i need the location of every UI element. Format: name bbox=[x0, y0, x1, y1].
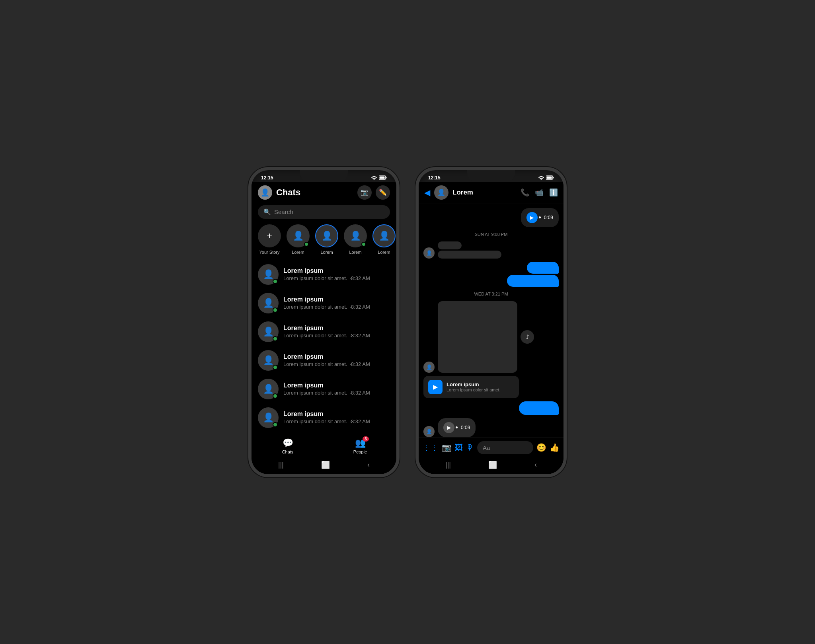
search-bar[interactable]: 🔍 Search bbox=[258, 205, 390, 219]
audio-play-btn[interactable]: ▶ bbox=[526, 212, 538, 223]
chat-avatar-wrap: 👤 bbox=[258, 321, 279, 342]
chat-online-dot bbox=[273, 422, 278, 427]
chat-screen-header: ◀ 👤 Lorem 📞 📹 ℹ️ bbox=[419, 182, 563, 204]
svg-rect-4 bbox=[547, 177, 552, 179]
story-item-1[interactable]: 👤 Lorem bbox=[287, 224, 310, 255]
story-online-3 bbox=[361, 242, 366, 247]
sent-bubble-1 bbox=[527, 262, 559, 274]
chat-info: Lorem ipsum Lorem ipsum dolor sit amet. … bbox=[283, 353, 390, 367]
chat-preview-text: Lorem ipsum dolor sit amet. bbox=[283, 390, 347, 396]
chat-name: Lorem ipsum bbox=[283, 382, 390, 389]
chat-preview: Lorem ipsum dolor sit amet. ·8:32 AM bbox=[283, 304, 390, 310]
chat-avatar-wrap: 👤 bbox=[258, 379, 279, 399]
chat-item[interactable]: 👤 Lorem ipsum Lorem ipsum dolor sit amet… bbox=[252, 375, 396, 403]
story-label-1: Lorem bbox=[292, 250, 304, 255]
camera-button[interactable]: 📷 bbox=[357, 185, 372, 200]
gallery-button[interactable]: 🖼 bbox=[455, 443, 463, 452]
recv-bubble-long bbox=[438, 251, 501, 259]
chat-phone: 12:15 ◀ 👤 Lorem 📞 📹 ℹ️ bbox=[415, 167, 567, 477]
story-item-your-story[interactable]: + Your Story bbox=[258, 224, 281, 255]
audio-play-recv[interactable]: ▶ bbox=[443, 422, 454, 433]
received-message-group: 👤 bbox=[423, 241, 559, 259]
audio-duration-recv: 0:09 bbox=[461, 425, 470, 430]
info-button[interactable]: ℹ️ bbox=[549, 188, 558, 197]
svg-rect-1 bbox=[380, 177, 385, 179]
chats-nav-icon: 💬 bbox=[283, 438, 293, 448]
link-subtitle: Lorem ipsum dolor sit amet. bbox=[446, 387, 501, 392]
story-avatar-wrap-4: 👤 bbox=[372, 224, 396, 247]
audio-message-received[interactable]: ▶ 0:09 bbox=[438, 418, 476, 437]
audio-message-sent[interactable]: ▶ 0:09 bbox=[521, 208, 559, 227]
chats-header: 👤 Chats 📷 ✏️ bbox=[252, 182, 396, 204]
like-button[interactable]: 👍 bbox=[550, 443, 560, 452]
message-input[interactable]: Aa bbox=[477, 441, 533, 454]
nav-chats[interactable]: 💬 Chats bbox=[252, 436, 324, 456]
chat-info: Lorem ipsum Lorem ipsum dolor sit amet. … bbox=[283, 325, 390, 339]
chats-screen: 👤 Chats 📷 ✏️ 🔍 Search + Your Story 👤 bbox=[252, 182, 396, 474]
chats-title: Chats bbox=[276, 187, 353, 198]
compose-button[interactable]: ✏️ bbox=[376, 185, 390, 200]
story-item-3[interactable]: 👤 Lorem bbox=[344, 224, 367, 255]
home-bar-home-chat: ⬜ bbox=[488, 461, 497, 469]
recv-avatar-audio: 👤 bbox=[423, 426, 435, 437]
link-preview[interactable]: ▶ Lorem ipsum Lorem ipsum dolor sit amet… bbox=[423, 376, 519, 398]
chat-name: Lorem ipsum bbox=[283, 353, 390, 360]
chat-item[interactable]: 👤 Lorem ipsum Lorem ipsum dolor sit amet… bbox=[252, 289, 396, 317]
story-item-4[interactable]: 👤 Lorem bbox=[372, 224, 396, 255]
messages-area: ▶ 0:09 SUN AT 9:08 PM 👤 WED AT 3:21 P bbox=[419, 204, 563, 438]
recv-avatar-image: 👤 bbox=[423, 362, 435, 373]
timestamp-wednesday: WED AT 3:21 PM bbox=[423, 292, 559, 296]
chat-item[interactable]: 👤 Lorem ipsum Lorem ipsum dolor sit amet… bbox=[252, 260, 396, 289]
chat-item[interactable]: 👤 Lorem ipsum Lorem ipsum dolor sit amet… bbox=[252, 346, 396, 375]
chat-online-dot bbox=[273, 307, 278, 313]
chat-preview: Lorem ipsum dolor sit amet. ·8:32 AM bbox=[283, 275, 390, 281]
video-call-button[interactable]: 📹 bbox=[535, 188, 544, 197]
home-bar-recent-chat: ||| bbox=[445, 461, 451, 469]
chat-online-dot bbox=[273, 365, 278, 370]
home-bar-home: ⬜ bbox=[321, 461, 330, 469]
recv-bubbles bbox=[438, 241, 501, 259]
chat-time: ·8:32 AM bbox=[349, 333, 370, 339]
chat-item[interactable]: 👤 Lorem ipsum Lorem ipsum dolor sit amet… bbox=[252, 403, 396, 432]
chat-preview-text: Lorem ipsum dolor sit amet. bbox=[283, 418, 347, 424]
recv-bubble-short bbox=[438, 241, 462, 249]
add-story-avatar: + bbox=[258, 224, 281, 247]
chat-name: Lorem ipsum bbox=[283, 411, 390, 418]
share-button[interactable]: ⤴ bbox=[521, 330, 534, 344]
sent-blue-bubble-group bbox=[423, 401, 559, 415]
search-placeholder: Search bbox=[274, 208, 293, 215]
chats-nav-label: Chats bbox=[282, 449, 294, 454]
svg-rect-2 bbox=[386, 177, 387, 179]
sent-bubble-3 bbox=[519, 401, 559, 415]
story-online-1 bbox=[304, 242, 309, 247]
bottom-nav: 💬 Chats 3 👥 People bbox=[252, 433, 396, 457]
image-placeholder bbox=[438, 301, 517, 373]
stories-row: + Your Story 👤 Lorem 👤 Lorem 👤 bbox=[252, 223, 396, 260]
chat-avatar-wrap: 👤 bbox=[258, 293, 279, 313]
home-bar-recent: ||| bbox=[278, 461, 284, 469]
chat-preview-text: Lorem ipsum dolor sit amet. bbox=[283, 333, 347, 339]
contact-avatar: 👤 bbox=[434, 185, 448, 200]
apps-button[interactable]: ⋮⋮ bbox=[423, 443, 439, 452]
mic-button[interactable]: 🎙 bbox=[466, 443, 474, 452]
chat-preview-text: Lorem ipsum dolor sit amet. bbox=[283, 361, 347, 367]
chat-time: ·8:32 AM bbox=[349, 390, 370, 396]
home-bar-chats: ||| ⬜ ‹ bbox=[252, 457, 396, 474]
chat-online-dot bbox=[273, 279, 278, 284]
story-avatar-wrap-3: 👤 bbox=[344, 224, 367, 247]
story-label-2: Lorem bbox=[320, 250, 333, 255]
camera-input-button[interactable]: 📷 bbox=[442, 443, 452, 452]
back-button[interactable]: ◀ bbox=[424, 188, 430, 197]
wifi-icon-chat bbox=[538, 175, 544, 180]
people-nav-label: People bbox=[353, 449, 367, 454]
chat-item[interactable]: 👤 Lorem ipsum Lorem ipsum dolor sit amet… bbox=[252, 317, 396, 346]
chat-time: ·8:32 AM bbox=[349, 275, 370, 281]
chat-list: 👤 Lorem ipsum Lorem ipsum dolor sit amet… bbox=[252, 260, 396, 433]
status-bar-chat: 12:15 bbox=[419, 170, 563, 182]
nav-people[interactable]: 3 👥 People bbox=[324, 436, 396, 456]
user-avatar[interactable]: 👤 bbox=[258, 185, 272, 200]
phone-call-button[interactable]: 📞 bbox=[521, 188, 529, 197]
chat-preview: Lorem ipsum dolor sit amet. ·8:32 AM bbox=[283, 390, 390, 396]
emoji-button[interactable]: 😊 bbox=[536, 443, 546, 452]
story-item-2[interactable]: 👤 Lorem bbox=[315, 224, 338, 255]
